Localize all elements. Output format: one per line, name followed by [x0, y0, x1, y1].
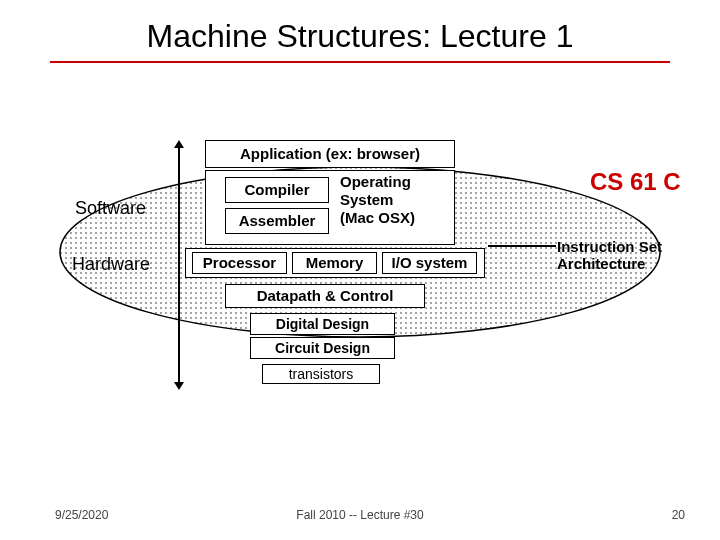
os-label: Operating System (Mac OSX)	[340, 173, 450, 227]
course-code-callout: CS 61 C	[590, 168, 681, 196]
compiler-box: Compiler	[225, 177, 329, 203]
diagram-stage: Software Hardware Application (ex: brows…	[0, 70, 720, 490]
circuit-design-box: Circuit Design	[250, 337, 395, 359]
memory-box: Memory	[292, 252, 377, 274]
digital-design-box: Digital Design	[250, 313, 395, 335]
processor-box: Processor	[192, 252, 287, 274]
transistors-box: transistors	[262, 364, 380, 384]
assembler-box: Assembler	[225, 208, 329, 234]
slide-title: Machine Structures: Lecture 1	[50, 0, 670, 63]
application-box: Application (ex: browser)	[205, 140, 455, 168]
isa-callout: Instruction Set Architecture	[557, 238, 662, 273]
hardware-label: Hardware	[72, 254, 150, 275]
footer-page-number: 20	[672, 508, 685, 522]
software-label: Software	[75, 198, 146, 219]
io-system-box: I/O system	[382, 252, 477, 274]
footer-center: Fall 2010 -- Lecture #30	[0, 508, 720, 522]
isa-connector-line	[488, 245, 556, 247]
datapath-control-box: Datapath & Control	[225, 284, 425, 308]
vertical-double-arrow	[178, 146, 180, 384]
